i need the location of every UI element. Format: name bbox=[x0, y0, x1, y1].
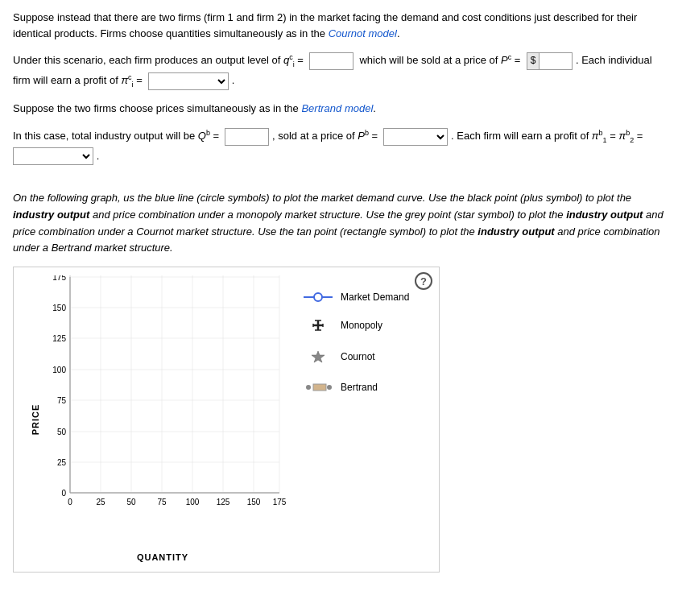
bertrand-intro-text: Suppose the two firms choose prices simu… bbox=[13, 102, 376, 114]
legend-bertrand: Bertrand bbox=[302, 380, 431, 395]
svg-text:50: 50 bbox=[126, 498, 136, 506]
intro-paragraph: Suppose instead that there are two firms… bbox=[13, 10, 665, 41]
legend-monopoly: Monopoly bbox=[302, 317, 431, 333]
price-dollar-input[interactable]: $ bbox=[527, 52, 573, 70]
cournot-link[interactable]: Cournot model bbox=[329, 27, 397, 39]
qi-input[interactable] bbox=[309, 52, 353, 70]
svg-text:175: 175 bbox=[273, 498, 287, 506]
svg-text:100: 100 bbox=[186, 498, 200, 506]
svg-point-37 bbox=[314, 293, 322, 301]
bertrand-link[interactable]: Bertrand model bbox=[301, 102, 373, 114]
pc-input[interactable] bbox=[540, 54, 572, 68]
cournot-symbol bbox=[302, 348, 334, 366]
bertrand-intro-section: Suppose the two firms choose prices simu… bbox=[13, 99, 665, 118]
graph-panel: ? PRICE 0 25 50 75 100 125 150 1 bbox=[13, 267, 440, 573]
monopoly-symbol bbox=[302, 317, 334, 333]
svg-point-45 bbox=[306, 385, 311, 390]
legend-cournot: Cournot bbox=[302, 348, 431, 366]
svg-text:125: 125 bbox=[217, 498, 230, 506]
market-demand-symbol bbox=[302, 291, 334, 303]
Qb-input[interactable] bbox=[225, 128, 269, 146]
svg-rect-46 bbox=[313, 384, 326, 391]
svg-text:50: 50 bbox=[57, 428, 67, 436]
x-axis-label: QUANTITY bbox=[137, 552, 188, 562]
bertrand-label: Bertrand bbox=[341, 382, 378, 393]
svg-text:150: 150 bbox=[247, 498, 261, 506]
cournot-section-text1: Under this scenario, each firm produces … bbox=[13, 54, 307, 66]
bertrand-dot: . bbox=[97, 150, 100, 162]
svg-marker-44 bbox=[312, 351, 325, 362]
svg-text:75: 75 bbox=[57, 396, 67, 405]
graph-legend: Market Demand Monopoly bbox=[302, 291, 431, 409]
svg-text:175: 175 bbox=[52, 275, 66, 282]
y-axis-label: PRICE bbox=[31, 404, 40, 436]
monopoly-label: Monopoly bbox=[341, 320, 382, 331]
help-icon[interactable]: ? bbox=[415, 272, 432, 290]
profit-bertrand-select[interactable] bbox=[13, 147, 93, 165]
svg-text:75: 75 bbox=[157, 498, 167, 506]
bertrand-text3: . Each firm will earn a profit of πb1 = … bbox=[451, 130, 646, 142]
cournot-section-text2: which will be sold at a price of Pc = bbox=[357, 54, 523, 66]
svg-text:100: 100 bbox=[52, 366, 66, 374]
svg-point-47 bbox=[327, 385, 332, 390]
svg-text:125: 125 bbox=[52, 334, 66, 343]
chart-svg: 0 25 50 75 100 125 150 175 0 25 50 75 10… bbox=[46, 275, 287, 525]
legend-market-demand: Market Demand bbox=[302, 291, 431, 303]
bertrand-text1: In this case, total industry output will… bbox=[13, 130, 222, 142]
bertrand-section: In this case, total industry output will… bbox=[13, 126, 665, 166]
cournot-section: Under this scenario, each firm produces … bbox=[13, 51, 665, 91]
cournot-label: Cournot bbox=[341, 351, 375, 362]
svg-text:0: 0 bbox=[68, 498, 72, 506]
dollar-sign: $ bbox=[527, 53, 540, 69]
bertrand-text2: , sold at a price of Pb = bbox=[272, 130, 381, 142]
graph-instructions: On the following graph, us the blue line… bbox=[13, 173, 665, 257]
cournot-dot: . bbox=[232, 74, 235, 86]
svg-text:25: 25 bbox=[96, 498, 105, 506]
market-demand-label: Market Demand bbox=[341, 291, 409, 303]
svg-text:150: 150 bbox=[52, 304, 66, 312]
svg-text:0: 0 bbox=[61, 489, 66, 498]
svg-text:25: 25 bbox=[57, 458, 67, 467]
bertrand-symbol bbox=[302, 380, 334, 395]
Pb-select[interactable] bbox=[383, 128, 448, 146]
profit-cournot-select[interactable] bbox=[148, 72, 229, 90]
